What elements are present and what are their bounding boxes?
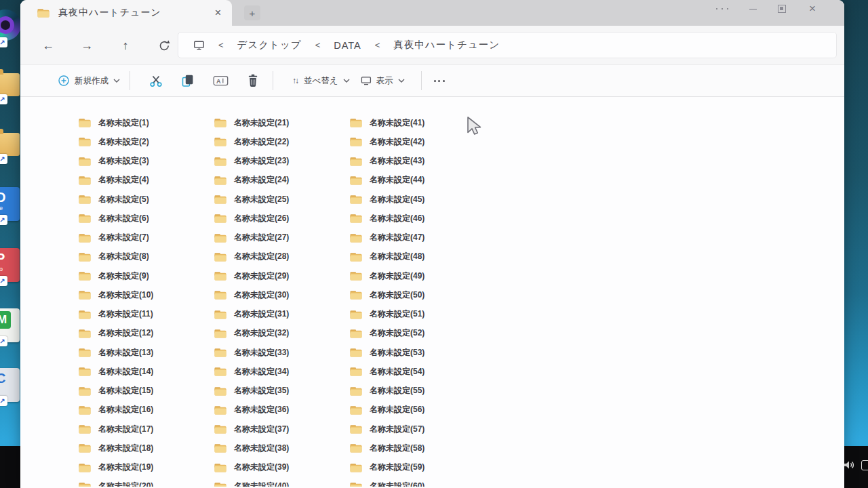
- folder-item[interactable]: 名称未設定(11): [78, 305, 207, 324]
- folder-item[interactable]: 名称未設定(33): [214, 343, 342, 362]
- new-button[interactable]: 新規作成: [58, 69, 120, 92]
- folder-item[interactable]: 名称未設定(31): [214, 305, 342, 324]
- folder-item[interactable]: 名称未設定(57): [349, 420, 478, 439]
- folder-item[interactable]: 名称未設定(28): [214, 247, 342, 266]
- folder-icon: [78, 194, 92, 205]
- folder-item[interactable]: 名称未設定(60): [349, 477, 478, 487]
- desktop-shortcut-browser-logo[interactable]: ↗: [0, 9, 20, 47]
- folder-name: 名称未設定(16): [98, 404, 153, 415]
- folder-item[interactable]: 名称未設定(16): [78, 401, 207, 420]
- folder-item[interactable]: 名称未設定(27): [214, 228, 342, 247]
- folder-item[interactable]: 名称未設定(55): [349, 382, 478, 401]
- back-button[interactable]: ←: [39, 37, 57, 54]
- forward-button[interactable]: →: [78, 37, 96, 54]
- folder-item[interactable]: 名称未設定(29): [214, 266, 342, 285]
- folder-item[interactable]: 名称未設定(22): [214, 132, 342, 151]
- folder-item[interactable]: 名称未設定(58): [349, 439, 478, 458]
- folder-item[interactable]: 名称未設定(56): [349, 401, 478, 420]
- close-button[interactable]: ×: [802, 0, 823, 18]
- breadcrumb-item[interactable]: 真夜中ハートチューン: [393, 39, 500, 52]
- new-tab-button[interactable]: +: [244, 5, 260, 20]
- minimize-button[interactable]: [743, 0, 763, 18]
- folder-name: 名称未設定(41): [370, 117, 425, 129]
- address-bar[interactable]: <デスクトップ<DATA<真夜中ハートチューン: [178, 32, 837, 58]
- folder-icon: [78, 175, 92, 186]
- folder-name: 名称未設定(5): [98, 194, 149, 205]
- refresh-icon[interactable]: [155, 37, 173, 54]
- copy-button[interactable]: [181, 69, 195, 92]
- folder-item[interactable]: 名称未設定(46): [349, 209, 478, 228]
- cut-button[interactable]: [149, 69, 163, 92]
- maximize-button[interactable]: [772, 0, 792, 18]
- view-button[interactable]: 表示: [361, 69, 405, 92]
- folder-item[interactable]: 名称未設定(18): [78, 439, 207, 458]
- delete-button[interactable]: [247, 69, 259, 92]
- folder-item[interactable]: 名称未設定(54): [349, 362, 478, 381]
- tab-close-icon[interactable]: ×: [215, 7, 221, 18]
- more-options-button[interactable]: [434, 69, 445, 92]
- desktop-shortcut-tile-blue[interactable]: Dde↗: [0, 187, 20, 225]
- folder-item[interactable]: 名称未設定(59): [349, 458, 478, 477]
- desktop-shortcut-tile-green-m[interactable]: M↗: [0, 308, 20, 346]
- folder-item[interactable]: 名称未設定(20): [78, 477, 207, 487]
- folder-item[interactable]: 名称未設定(8): [78, 247, 207, 266]
- folder-item[interactable]: 名称未設定(15): [78, 382, 207, 401]
- desktop-shortcut-folder[interactable]: ↗: [0, 126, 20, 164]
- folder-item[interactable]: 名称未設定(51): [349, 305, 478, 324]
- shortcut-arrow-badge: ↗: [0, 396, 7, 406]
- folder-item[interactable]: 名称未設定(35): [214, 382, 342, 401]
- folder-item[interactable]: 名称未設定(9): [78, 266, 207, 285]
- folder-item[interactable]: 名称未設定(23): [214, 152, 342, 171]
- folder-item[interactable]: 名称未設定(10): [78, 285, 207, 304]
- shortcut-arrow-badge: ↗: [0, 215, 7, 225]
- folder-item[interactable]: 名称未設定(38): [214, 439, 342, 458]
- folder-item[interactable]: 名称未設定(37): [214, 420, 342, 439]
- folder-item[interactable]: 名称未設定(34): [214, 362, 342, 381]
- folder-item[interactable]: 名称未設定(17): [78, 420, 207, 439]
- folder-item[interactable]: 名称未設定(42): [349, 132, 478, 151]
- rename-button[interactable]: A: [213, 69, 229, 92]
- folder-item[interactable]: 名称未設定(13): [78, 343, 207, 362]
- desktop-shortcut-tile-red[interactable]: Ppo↗: [0, 248, 20, 286]
- folder-item[interactable]: 名称未設定(24): [214, 171, 342, 190]
- folder-item[interactable]: 名称未設定(14): [78, 362, 207, 381]
- touch-keyboard-icon[interactable]: [861, 460, 868, 470]
- folder-icon: [214, 424, 227, 434]
- folder-item[interactable]: 名称未設定(1): [78, 113, 207, 132]
- folder-item[interactable]: 名称未設定(19): [78, 458, 207, 477]
- folder-item[interactable]: 名称未設定(5): [78, 190, 207, 209]
- sort-button[interactable]: ↑↓ 並べ替え: [292, 69, 350, 92]
- folder-item[interactable]: 名称未設定(7): [78, 228, 207, 247]
- folder-item[interactable]: 名称未設定(47): [349, 228, 478, 247]
- folder-item[interactable]: 名称未設定(45): [349, 190, 478, 209]
- folder-item[interactable]: 名称未設定(52): [349, 324, 478, 343]
- folder-item[interactable]: 名称未設定(41): [349, 113, 478, 132]
- folder-item[interactable]: 名称未設定(6): [78, 209, 207, 228]
- folder-item[interactable]: 名称未設定(12): [78, 324, 207, 343]
- desktop-shortcut-tile-gray-c[interactable]: C↗: [0, 368, 20, 406]
- folder-item[interactable]: 名称未設定(25): [214, 190, 342, 209]
- breadcrumb-item[interactable]: デスクトップ: [237, 39, 302, 52]
- folder-item[interactable]: 名称未設定(36): [214, 401, 342, 420]
- folder-item[interactable]: 名称未設定(32): [214, 324, 342, 343]
- folder-item[interactable]: 名称未設定(3): [78, 152, 207, 171]
- folder-item[interactable]: 名称未設定(26): [214, 209, 342, 228]
- folder-item[interactable]: 名称未設定(2): [78, 132, 207, 151]
- desktop-shortcut-folder[interactable]: ↗: [0, 66, 20, 104]
- folder-item[interactable]: 名称未設定(40): [214, 477, 342, 487]
- folder-item[interactable]: 名称未設定(48): [349, 247, 478, 266]
- folder-item[interactable]: 名称未設定(43): [349, 152, 478, 171]
- folder-item[interactable]: 名称未設定(30): [214, 285, 342, 304]
- folder-item[interactable]: 名称未設定(39): [214, 458, 342, 477]
- explorer-tab[interactable]: 真夜中ハートチューン ×: [20, 0, 232, 26]
- folder-item[interactable]: 名称未設定(50): [349, 285, 478, 304]
- breadcrumb-item[interactable]: DATA: [334, 40, 361, 51]
- folder-item[interactable]: 名称未設定(21): [214, 113, 342, 132]
- folder-item[interactable]: 名称未設定(53): [349, 343, 478, 362]
- folder-item[interactable]: 名称未設定(44): [349, 171, 478, 190]
- folder-item[interactable]: 名称未設定(4): [78, 171, 207, 190]
- volume-icon[interactable]: [844, 460, 855, 470]
- folder-item[interactable]: 名称未設定(49): [349, 266, 478, 285]
- tab-options-icon[interactable]: [712, 0, 732, 18]
- up-button[interactable]: ↑: [117, 37, 134, 54]
